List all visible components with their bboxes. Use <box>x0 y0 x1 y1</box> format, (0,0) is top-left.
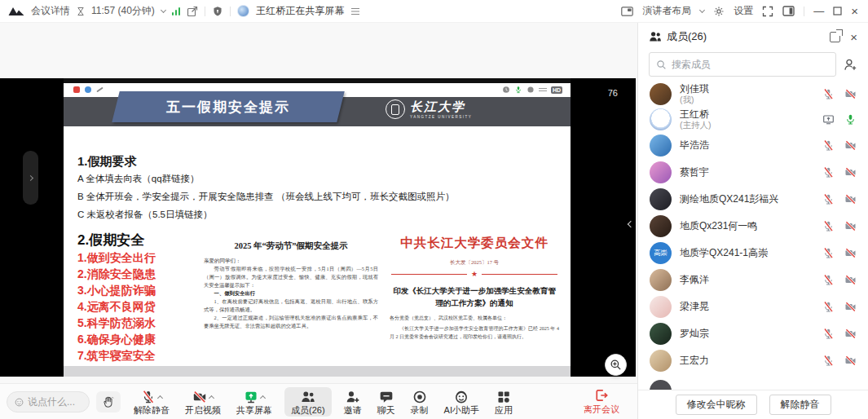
university-emblem-icon <box>386 99 405 119</box>
meeting-timer[interactable]: 11:57 (40分钟) <box>91 4 155 18</box>
members-tool-button[interactable]: 成员(26) <box>284 387 332 417</box>
invite-icon <box>346 390 360 404</box>
layout-dropdown-icon[interactable] <box>699 7 705 13</box>
invite-tool-button[interactable]: 邀请 <box>341 388 365 417</box>
mic-muted-icon <box>822 355 835 367</box>
video-options-icon[interactable] <box>209 395 214 400</box>
popout-panel-icon[interactable] <box>830 32 840 42</box>
apps-tool-button[interactable]: 应用 <box>491 388 516 417</box>
share-screen-tool-button[interactable]: 共享屏幕 <box>233 388 275 417</box>
window-minimize-button[interactable]: — <box>813 6 824 16</box>
chat-tool-button[interactable]: 聊天 <box>374 388 399 417</box>
avatar <box>650 108 672 130</box>
meeting-window: 会议详情 11:57 (40分钟) 王红桥正在共享屏幕 演讲者布局 设置 — × <box>0 0 868 419</box>
notice-greeting: 亲爱的同学们： <box>204 258 378 265</box>
panel-collapse-handle[interactable] <box>628 215 633 230</box>
shared-screen-video: HD 五一假期安全提示 长江大学 YANGTZE UNIVERSITY 1.假期… <box>0 78 636 377</box>
start-video-tool-button[interactable]: 开启视频 <box>182 388 224 417</box>
add-member-icon[interactable] <box>844 58 857 72</box>
official-doc-header: 中共长江大学委员会文件 <box>390 235 559 252</box>
official-doc-paragraph: 《长江大学关于进一步加强学生安全教育管理的工作方案》已经 2025 年 4 月 … <box>390 324 559 341</box>
apps-grid-icon <box>496 390 511 404</box>
change-nickname-button[interactable]: 修改会中昵称 <box>676 395 757 415</box>
mic-muted-icon <box>822 274 835 286</box>
official-red-header-document: 中共长江大学委员会文件 长大发〔2025〕17 号 ★ 印发《长江大学关于进一步… <box>390 235 559 341</box>
university-logo: 长江大学 YANGTZE UNIVERSITY <box>386 99 472 119</box>
leave-meeting-icon <box>594 388 609 403</box>
window-maximize-button[interactable] <box>833 7 842 15</box>
share-screen-icon <box>244 390 258 404</box>
avatar <box>650 161 672 183</box>
member-row[interactable]: 梁津晃 <box>638 293 868 320</box>
mic-muted-icon <box>822 193 835 205</box>
record-tool-button[interactable]: 录制 <box>408 388 432 417</box>
top-bar: 会议详情 11:57 (40分钟) 王红桥正在共享屏幕 演讲者布局 设置 — × <box>0 0 868 23</box>
member-name: 地质Qx231何一鸣 <box>680 221 814 232</box>
member-name: 梁津晃 <box>680 302 814 313</box>
zoom-in-button[interactable] <box>605 354 627 376</box>
university-name: 长江大学 <box>410 99 472 115</box>
mic-muted-icon <box>822 139 835 152</box>
member-row[interactable]: 李佩洋 <box>638 267 868 293</box>
member-row[interactable]: 地质Qx231何一鸣 <box>638 213 868 240</box>
member-name: 罗灿宗 <box>680 329 814 340</box>
member-row[interactable]: 测绘地质QX241彭福兴 <box>638 186 868 213</box>
mic-muted-icon <box>822 247 835 259</box>
share-toolbar-icon[interactable] <box>350 7 360 15</box>
leave-meeting-button[interactable]: 离开会议 <box>584 388 619 416</box>
annotation-blue-icon <box>85 86 91 93</box>
open-window-icon[interactable] <box>187 6 198 17</box>
timer-icon <box>77 7 85 16</box>
search-input[interactable] <box>672 59 829 70</box>
timer-dropdown-icon[interactable] <box>161 7 166 13</box>
fullscreen-icon[interactable] <box>762 6 773 17</box>
members-panel-title: 成员(26) <box>667 29 707 44</box>
settings-button[interactable]: 设置 <box>734 4 753 18</box>
quick-message-box[interactable] <box>7 391 90 412</box>
camera-off-icon <box>844 139 857 152</box>
member-row[interactable]: 高崇 地质学QX241-1高崇 <box>638 240 868 267</box>
member-name: 毕浩浩 <box>680 140 814 152</box>
window-close-button[interactable]: × <box>851 5 858 17</box>
member-row[interactable]: 蔡哲宇 <box>638 159 868 186</box>
member-row[interactable]: 刘佳琪 (我) <box>638 82 868 107</box>
close-panel-icon[interactable]: × <box>850 31 857 43</box>
member-row-host[interactable]: 王红桥 (主持人) <box>638 107 868 132</box>
quick-message-input[interactable] <box>28 396 82 408</box>
video-strip-expand-handle[interactable] <box>23 151 38 205</box>
bottom-toolbar: 解除静音 开启视频 共享屏幕 成员(26) 邀请 聊天 <box>0 383 637 419</box>
layout-switcher[interactable]: 演讲者布局 <box>642 4 691 18</box>
raise-hand-button[interactable] <box>96 391 121 412</box>
camera-off-icon <box>844 193 857 205</box>
side-panel-toggle-icon[interactable] <box>782 6 795 16</box>
unmute-tool-button[interactable]: 解除静音 <box>130 388 173 417</box>
share-options-icon[interactable] <box>260 395 266 400</box>
member-row[interactable]: 罗灿宗 <box>638 320 868 347</box>
section-title: 1.假期要求 <box>77 154 562 170</box>
camera-off-icon <box>844 328 857 340</box>
camera-off-icon <box>844 301 857 313</box>
unmute-button[interactable]: 解除静音 <box>769 395 831 415</box>
member-search-box[interactable] <box>649 52 836 77</box>
ai-assistant-tool-button[interactable]: AI小助手 <box>441 388 482 417</box>
slide-title: 五一假期安全提示 <box>166 98 290 117</box>
avatar <box>650 135 672 157</box>
camera-off-icon <box>844 274 857 286</box>
member-name: 蔡哲宇 <box>680 167 814 179</box>
security-icon[interactable] <box>212 6 223 17</box>
avatar <box>650 323 672 345</box>
camera-off-icon <box>844 166 857 179</box>
member-name: 王红桥 <box>680 109 814 121</box>
member-list[interactable]: 刘佳琪 (我) 王红桥 (主持人) <box>638 82 868 390</box>
chat-icon <box>379 390 394 404</box>
member-row[interactable]: 王宏力 <box>638 347 868 374</box>
toolbar-buttons: 解除静音 开启视频 共享屏幕 成员(26) 邀请 聊天 <box>130 384 516 419</box>
annotation-red-icon <box>73 86 80 93</box>
meeting-details-button[interactable]: 会议详情 <box>31 4 70 18</box>
member-name: 王宏力 <box>680 355 814 367</box>
member-row[interactable]: 毕浩浩 <box>638 132 868 159</box>
mic-muted-icon <box>822 166 835 179</box>
safety-item: 7.筑牢寝室安全 <box>77 348 156 364</box>
mic-options-icon[interactable] <box>157 395 163 400</box>
record-icon <box>412 390 427 404</box>
